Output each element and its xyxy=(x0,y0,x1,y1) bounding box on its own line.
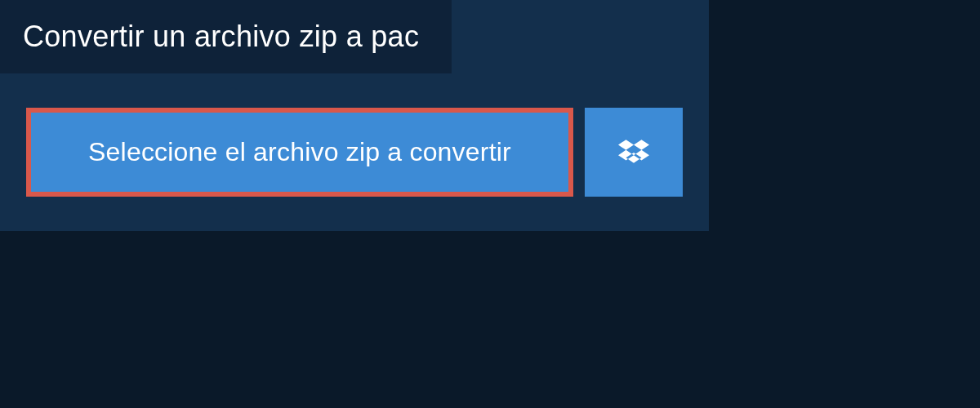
tab-header: Convertir un archivo zip a pac xyxy=(0,0,452,73)
dropbox-button[interactable] xyxy=(585,108,683,197)
converter-panel: Convertir un archivo zip a pac Seleccion… xyxy=(0,0,709,231)
page-title: Convertir un archivo zip a pac xyxy=(23,20,419,54)
select-file-button[interactable]: Seleccione el archivo zip a convertir xyxy=(26,108,573,197)
dropbox-icon xyxy=(618,137,649,168)
content-area: Seleccione el archivo zip a convertir xyxy=(0,73,709,231)
